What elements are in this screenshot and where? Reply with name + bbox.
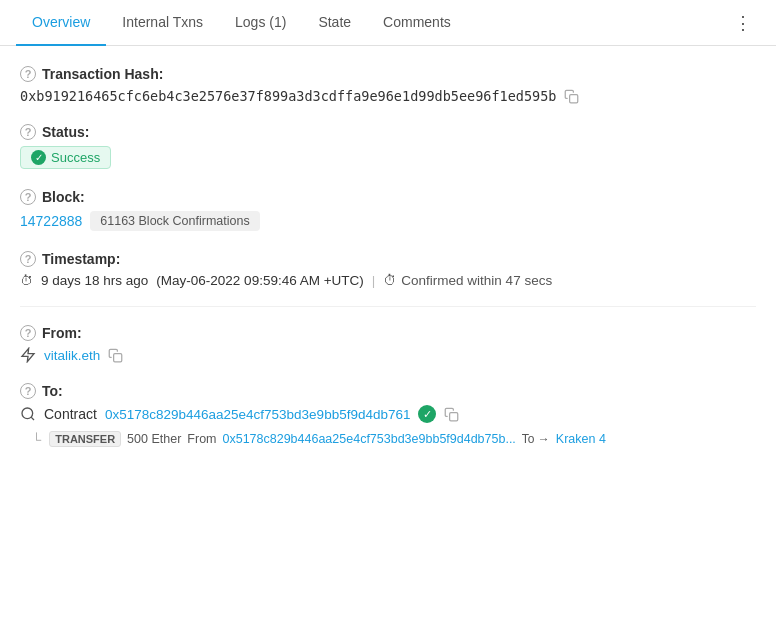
to-address-link[interactable]: 0x5178c829b446aa25e4cf753bd3e9bb5f9d4db7… (105, 407, 411, 422)
overview-content: ? Transaction Hash: 0xb919216465cfc6eb4c… (0, 46, 776, 485)
timestamp-ago: 9 days 18 hrs ago (41, 273, 148, 288)
from-copy-icon[interactable] (108, 348, 123, 363)
timestamp-full: (May-06-2022 09:59:46 AM +UTC) (156, 273, 363, 288)
svg-point-3 (22, 408, 33, 419)
svg-line-4 (31, 417, 34, 420)
more-menu-button[interactable]: ⋮ (726, 6, 760, 40)
block-row: ? Block: 14722888 61163 Block Confirmati… (20, 187, 756, 231)
to-help-icon[interactable]: ? (20, 383, 36, 399)
status-row: ? Status: ✓ Success (20, 122, 756, 169)
transfer-from-address[interactable]: 0x5178c829b446aa25e4cf753bd3e9bb5f9d4db7… (223, 432, 516, 446)
transaction-hash-row: ? Transaction Hash: 0xb919216465cfc6eb4c… (20, 66, 756, 104)
transfer-row: └ TRANSFER 500 Ether From 0x5178c829b446… (20, 431, 756, 447)
svg-marker-1 (22, 348, 34, 361)
from-address-link[interactable]: vitalik.eth (44, 348, 100, 363)
block-help-icon[interactable]: ? (20, 189, 36, 205)
from-help-icon[interactable]: ? (20, 325, 36, 341)
to-contract-prefix: Contract (44, 406, 97, 422)
from-label: From: (42, 325, 82, 341)
timestamp-value-line: ⏱ 9 days 18 hrs ago (May-06-2022 09:59:4… (20, 273, 756, 288)
pipe-divider: | (372, 273, 376, 288)
transfer-label: TRANSFER (49, 431, 121, 447)
status-help-icon[interactable]: ? (20, 124, 36, 140)
tab-bar: Overview Internal Txns Logs (1) State Co… (0, 0, 776, 46)
status-badge: ✓ Success (20, 146, 111, 169)
confirmed-label: Confirmed within 47 secs (401, 273, 552, 288)
transfer-arrow: To → (522, 432, 550, 446)
tab-logs[interactable]: Logs (1) (219, 0, 302, 46)
confirmations-badge: 61163 Block Confirmations (90, 211, 259, 231)
hash-copy-icon[interactable] (564, 89, 579, 104)
timestamp-row: ? Timestamp: ⏱ 9 days 18 hrs ago (May-06… (20, 249, 756, 288)
confirmed-clock-icon: ⏱ (383, 273, 397, 288)
tab-comments[interactable]: Comments (367, 0, 467, 46)
svg-rect-0 (570, 94, 578, 102)
tree-line-icon: └ (32, 432, 41, 447)
hash-label: Transaction Hash: (42, 66, 163, 82)
transfer-to-address[interactable]: Kraken 4 (556, 432, 606, 446)
timestamp-label: Timestamp: (42, 251, 120, 267)
tab-overview[interactable]: Overview (16, 0, 106, 46)
svg-rect-5 (450, 412, 458, 420)
to-magnify-icon (20, 406, 36, 422)
tab-internal-txns[interactable]: Internal Txns (106, 0, 219, 46)
block-number-link[interactable]: 14722888 (20, 213, 82, 229)
to-copy-icon[interactable] (444, 407, 459, 422)
from-contract-icon (20, 347, 36, 363)
hash-value: 0xb919216465cfc6eb4c3e2576e37f899a3d3cdf… (20, 88, 556, 104)
to-row: ? To: Contract 0x5178c829b446aa25e4cf753… (20, 381, 756, 447)
status-label: Status: (42, 124, 89, 140)
transfer-amount: 500 Ether (127, 432, 181, 446)
confirmed-text: ⏱ Confirmed within 47 secs (383, 273, 552, 288)
from-row: ? From: vitalik.eth (20, 325, 756, 363)
check-circle-icon: ✓ (31, 150, 46, 165)
tab-state[interactable]: State (302, 0, 367, 46)
block-label: Block: (42, 189, 85, 205)
svg-rect-2 (114, 353, 122, 361)
transfer-from-prefix: From (187, 432, 216, 446)
timestamp-help-icon[interactable]: ? (20, 251, 36, 267)
section-separator (20, 306, 756, 307)
status-value: Success (51, 150, 100, 165)
to-label: To: (42, 383, 63, 399)
verified-icon: ✓ (418, 405, 436, 423)
hash-help-icon[interactable]: ? (20, 66, 36, 82)
clock-icon: ⏱ (20, 273, 33, 288)
